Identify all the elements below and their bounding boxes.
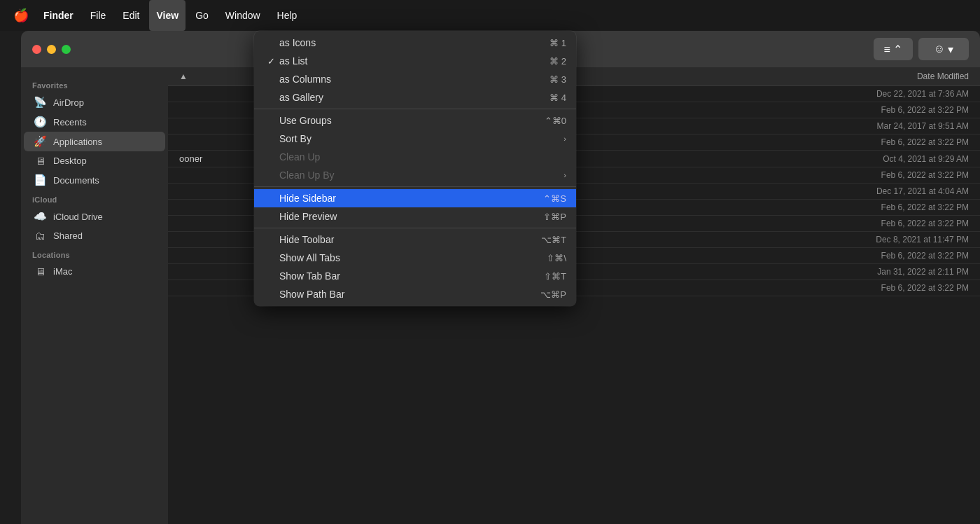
desktop-label: Desktop [53,156,87,166]
menu-item-label: as Gallery [279,92,550,103]
file-date: Dec 17, 2021 at 4:04 AM [801,186,969,196]
menubar-view[interactable]: View [149,0,186,31]
applications-label: Applications [53,137,102,147]
file-date: Mar 24, 2017 at 9:51 AM [801,121,969,131]
file-date: Feb 6, 2022 at 3:22 PM [801,202,969,212]
airdrop-label: AirDrop [53,97,84,108]
file-date: Feb 6, 2022 at 3:22 PM [801,170,969,180]
sidebar-section-icloud: iCloud ☁️ iCloud Drive 🗂 Shared [21,190,168,245]
menu-item-label: Hide Toolbar [279,234,541,245]
menu-item-label: Show All Tabs [279,252,547,263]
shortcut-label: ⌘ 2 [550,56,566,67]
file-date: Feb 6, 2022 at 3:22 PM [801,219,969,228]
file-date: Jan 31, 2022 at 2:11 PM [801,267,969,277]
menu-item-as-columns[interactable]: as Columns ⌘ 3 [254,70,576,88]
shortcut-label: ⌥⌘P [540,289,566,300]
desktop-icon: 🖥 [34,155,46,167]
apple-menu[interactable]: 🍎 [8,0,34,31]
submenu-arrow-icon: › [564,135,566,143]
sidebar-item-airdrop[interactable]: 📡 AirDrop [24,92,165,112]
file-date: Feb 6, 2022 at 3:22 PM [801,283,969,293]
menubar-go[interactable]: Go [188,0,216,31]
checkmark-icon: ✓ [264,56,278,67]
menu-item-show-tab-bar[interactable]: Show Tab Bar ⇧⌘T [254,267,576,285]
menu-item-label: Hide Preview [279,211,543,222]
sidebar-section-favorites: Favorites 📡 AirDrop 🕐 Recents 🚀 Applicat… [21,76,168,190]
shortcut-label: ⌘ 1 [550,38,566,48]
shared-label: Shared [53,230,83,241]
list-view-icon: ≡ ⌃ [884,43,903,56]
menu-item-use-groups[interactable]: Use Groups ⌃⌘0 [254,111,576,130]
menu-item-label: Use Groups [279,115,545,126]
menu-item-label: Hide Sidebar [279,193,543,204]
menubar-edit[interactable]: Edit [115,0,146,31]
icloud-label: iCloud [21,190,168,207]
documents-icon: 📄 [34,174,46,186]
shortcut-label: ⌘ 3 [550,74,566,85]
sidebar-item-imac[interactable]: 🖥 iMac [24,262,165,281]
recents-icon: 🕐 [34,116,46,128]
icloud-drive-label: iCloud Drive [53,212,103,222]
shortcut-label: ⌥⌘T [541,235,566,245]
menu-item-label: as Icons [279,37,550,48]
favorites-label: Favorites [21,76,168,92]
sidebar-item-icloud-drive[interactable]: ☁️ iCloud Drive [24,207,165,226]
menu-item-hide-preview[interactable]: Hide Preview ⇧⌘P [254,207,576,226]
shortcut-label: ⇧⌘T [544,271,566,282]
file-date: Dec 22, 2021 at 7:36 AM [801,89,969,99]
action-button[interactable]: ☺ ▾ [918,38,969,60]
close-button[interactable] [32,45,41,54]
chevron-down-icon: ▾ [948,43,953,56]
menubar-window[interactable]: Window [218,0,267,31]
file-date: Dec 8, 2021 at 11:47 PM [801,235,969,244]
shortcut-label: ⇧⌘\ [547,253,566,263]
submenu-arrow-icon: › [564,171,566,179]
shortcut-label: ⇧⌘P [543,212,566,222]
menu-item-sort-by[interactable]: Sort By › [254,130,576,148]
menubar-finder[interactable]: Finder [36,0,80,31]
smiley-icon: ☺ [934,43,945,55]
menu-item-show-path-bar[interactable]: Show Path Bar ⌥⌘P [254,285,576,303]
menubar-help[interactable]: Help [270,0,304,31]
menubar: 🍎 Finder File Edit View Go Window Help [0,0,980,31]
list-view-button[interactable]: ≡ ⌃ [874,38,913,60]
menu-item-as-gallery[interactable]: as Gallery ⌘ 4 [254,88,576,106]
maximize-button[interactable] [62,45,71,54]
sidebar-item-applications[interactable]: 🚀 Applications [24,132,165,151]
applications-icon: 🚀 [34,135,46,148]
menu-item-label: Show Path Bar [279,289,540,300]
menu-item-show-all-tabs[interactable]: Show All Tabs ⇧⌘\ [254,249,576,267]
shortcut-label: ⌃⌘0 [545,116,566,126]
recents-label: Recents [53,117,87,127]
menu-item-hide-toolbar[interactable]: Hide Toolbar ⌥⌘T [254,230,576,249]
menu-item-label: Sort By [279,133,558,144]
traffic-lights [32,45,71,54]
menu-item-as-list[interactable]: ✓ as List ⌘ 2 [254,52,576,70]
menu-item-label: Show Tab Bar [279,270,544,282]
sidebar-item-desktop[interactable]: 🖥 Desktop [24,151,165,170]
documents-label: Documents [53,175,99,186]
menu-divider [254,228,576,228]
file-date: Feb 6, 2022 at 3:22 PM [801,251,969,261]
menu-item-label: as Columns [279,74,550,85]
menu-item-clean-up-by: Clean Up By › [254,166,576,184]
sidebar-item-shared[interactable]: 🗂 Shared [24,226,165,245]
airdrop-icon: 📡 [34,96,46,109]
imac-icon: 🖥 [34,266,46,277]
shortcut-label: ⌘ 4 [550,92,566,103]
minimize-button[interactable] [47,45,56,54]
menu-divider [254,109,576,109]
menu-item-as-icons[interactable]: as Icons ⌘ 1 [254,34,576,52]
menu-item-label: Clean Up [279,151,566,163]
view-dropdown-menu: as Icons ⌘ 1 ✓ as List ⌘ 2 as Columns ⌘ … [254,31,576,306]
menubar-file[interactable]: File [83,0,113,31]
menu-item-label: Clean Up By [279,170,558,181]
date-column-header[interactable]: Date Modified [801,71,969,81]
sidebar-item-recents[interactable]: 🕐 Recents [24,112,165,132]
title-bar-actions: ≡ ⌃ ☺ ▾ [874,38,969,60]
menu-item-clean-up: Clean Up [254,148,576,166]
menu-item-hide-sidebar[interactable]: Hide Sidebar ⌃⌘S [254,189,576,207]
shortcut-label: ⌃⌘S [543,193,566,204]
sort-arrow-icon: ▲ [179,71,188,81]
sidebar-item-documents[interactable]: 📄 Documents [24,170,165,190]
